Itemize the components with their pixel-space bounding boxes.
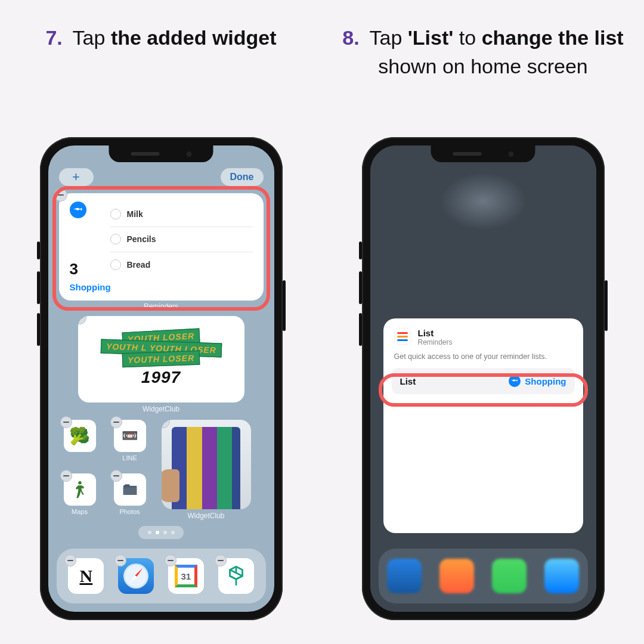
step-number: 8. — [342, 26, 359, 49]
reminders-list-name: Shopping — [70, 282, 253, 292]
widget-app-label: WidgetClub — [162, 512, 251, 520]
remove-widget-badge[interactable] — [162, 420, 170, 428]
notch — [109, 145, 213, 162]
row-label: List — [400, 376, 416, 386]
remove-widget-badge[interactable] — [54, 188, 67, 202]
reminders-widget[interactable]: 3 Milk Pencils Bread Shopping — [59, 193, 264, 301]
app-icon-photos[interactable]: Photos — [109, 473, 151, 524]
list-icon — [70, 202, 86, 218]
svg-point-0 — [76, 209, 76, 210]
widget-app-label: Reminders — [48, 302, 274, 311]
reminders-app-icon — [394, 328, 411, 345]
sheet-description: Get quick access to one of your reminder… — [383, 352, 583, 362]
step-8-title: 8. Tap 'List' to change the list shown o… — [334, 24, 632, 125]
list-selector-row[interactable]: List Shopping — [392, 368, 575, 394]
safari-icon — [123, 564, 148, 589]
reminder-item[interactable]: Bread — [110, 252, 253, 278]
dock-app-chatgpt[interactable] — [218, 558, 254, 594]
dock-app-notion[interactable]: N — [68, 558, 104, 594]
widgetclub-widget-books[interactable] — [162, 420, 251, 509]
dock-app-safari[interactable] — [118, 558, 154, 594]
widget-config-sheet[interactable]: List Reminders Get quick access to one o… — [383, 318, 583, 533]
remove-app-badge[interactable] — [165, 555, 177, 566]
list-icon — [509, 375, 521, 387]
remove-app-badge[interactable] — [110, 470, 122, 482]
sheet-title: List — [418, 328, 453, 338]
iphone-mockup-right: List Reminders Get quick access to one o… — [362, 137, 605, 620]
widget-config-screen: List Reminders Get quick access to one o… — [370, 145, 596, 612]
dock-app-google-calendar[interactable]: 31 — [168, 558, 204, 594]
openai-icon — [224, 564, 249, 589]
remove-widget-badge[interactable] — [78, 316, 86, 324]
radio-icon[interactable] — [110, 259, 121, 270]
app-icon-broccoli[interactable]: 🥦 — [59, 420, 101, 470]
dock: N 31 — [57, 549, 266, 603]
calendar-icon: 31 — [175, 565, 197, 587]
svg-rect-1 — [123, 487, 137, 495]
remove-app-badge[interactable] — [64, 555, 76, 566]
remove-app-badge[interactable] — [60, 470, 72, 482]
step-7-title: 7. Tap the added widget — [45, 24, 276, 125]
blurred-dock — [379, 549, 588, 603]
row-value: Shopping — [509, 375, 566, 387]
page-indicator[interactable] — [138, 526, 184, 539]
widgetclub-widget-youth[interactable]: YOUTH LOSER YOUTH L YOUTH LOSER YOUTH LO… — [78, 316, 244, 402]
radio-icon[interactable] — [110, 209, 121, 219]
iphone-mockup-left: + Done 3 Milk — [40, 137, 283, 620]
sheet-subtitle: Reminders — [418, 338, 453, 346]
home-screen-edit-mode: + Done 3 Milk — [48, 145, 274, 612]
radio-icon[interactable] — [110, 234, 121, 244]
reminders-count: 3 — [70, 260, 102, 278]
remove-app-badge[interactable] — [60, 416, 72, 428]
step-number: 7. — [45, 26, 62, 49]
add-widget-button[interactable]: + — [59, 168, 94, 186]
remove-app-badge[interactable] — [215, 555, 227, 566]
widget-app-label: WidgetClub — [48, 405, 274, 413]
app-icon-line[interactable]: 📼 LINE — [109, 420, 151, 470]
reminder-item[interactable]: Pencils — [110, 227, 253, 253]
notch — [431, 145, 535, 162]
remove-app-badge[interactable] — [110, 416, 122, 428]
remove-app-badge[interactable] — [114, 555, 126, 566]
app-icon-maps[interactable]: Maps — [59, 473, 101, 524]
app-icon-grid: 🥦 📼 LINE Maps — [59, 420, 151, 524]
done-button[interactable]: Done — [221, 168, 264, 186]
reminder-item[interactable]: Milk — [110, 202, 253, 227]
